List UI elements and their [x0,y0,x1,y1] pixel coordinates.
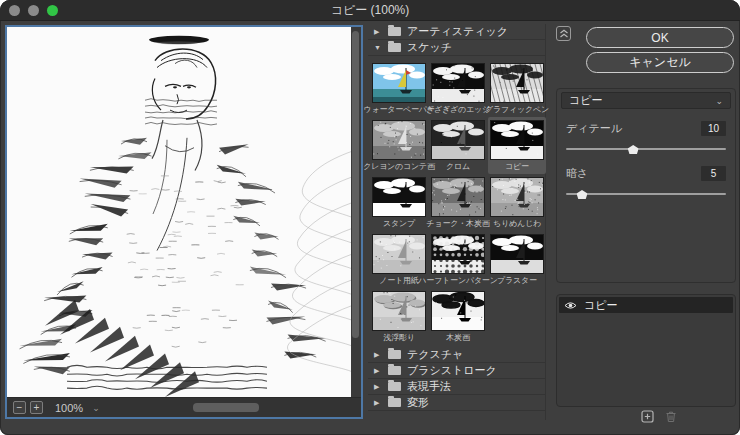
filter-item[interactable]: ハーフトーンパターン [429,231,487,288]
window-title: コピー (100%) [331,2,410,19]
category-label: アーティスティック [407,24,508,39]
filter-thumbnail-image[interactable] [373,64,425,102]
zoom-menu-chevron-icon[interactable]: ⌄ [92,403,100,413]
filter-item[interactable]: コピー [488,117,546,174]
filter-thumbnail-image[interactable] [373,178,425,216]
disclosure-icon[interactable]: ▶ [374,399,382,407]
filter-thumbnail-image[interactable] [491,64,543,102]
folder-icon [388,382,401,391]
category-label: テクスチャ [407,347,463,362]
effect-layer-row[interactable]: コピー [559,297,733,313]
filter-label: スタンプ [383,218,415,229]
filter-item[interactable]: スタンプ [370,174,428,231]
filter-thumbnail-image[interactable] [432,292,484,330]
filtered-image [7,27,351,397]
folder-icon [388,398,401,407]
detail-value-field[interactable]: 10 [701,121,726,136]
filter-item[interactable]: プラスター [488,231,546,288]
darkness-value-field[interactable]: 5 [701,166,726,181]
filter-item[interactable]: チョーク・木炭画 [429,174,487,231]
filter-item[interactable]: ちりめんじわ [488,174,546,231]
filter-category[interactable]: ▶テクスチャ [368,347,545,363]
filter-category[interactable]: ▼スケッチ [368,40,545,56]
disclosure-icon[interactable]: ▶ [374,383,382,391]
visibility-eye-icon[interactable] [564,301,577,310]
filter-item[interactable]: 木炭画 [429,288,487,345]
filter-thumbnail-image[interactable] [491,178,543,216]
darkness-slider[interactable] [566,189,726,199]
disclosure-icon[interactable]: ▼ [374,44,382,51]
close-button[interactable] [9,5,20,16]
category-label: 変形 [407,395,429,410]
filter-gallery-window: コピー (100%) − + 100% ⌄ ▶アーティスティック▼スケッチウォー… [0,0,740,435]
disclosure-icon[interactable]: ▶ [374,28,382,36]
darkness-slider-thumb[interactable] [577,190,588,199]
filter-thumbnail-image[interactable] [432,121,484,159]
detail-slider[interactable] [566,144,726,154]
filter-item[interactable]: ウォーターペーパー [370,60,428,117]
maximize-button[interactable] [47,5,58,16]
filter-label: 浅浮彫り [383,332,414,343]
filter-label: プラスター [497,275,537,286]
filter-label: ハーフトーンパターン [418,275,497,286]
zoom-out-button[interactable]: − [13,401,26,414]
zoom-level[interactable]: 100% [55,402,83,414]
filter-settings-box: コピー ⌄ ディテール 10 暗さ 5 [556,88,736,283]
cancel-button[interactable]: キャンセル [586,52,734,73]
preview-vertical-scrollbar[interactable] [351,27,361,397]
delete-effect-layer-button[interactable] [665,410,677,423]
filter-thumbnail-image[interactable] [432,235,484,273]
collapse-thumbnails-button[interactable] [556,26,571,41]
zoom-in-button[interactable]: + [30,401,43,414]
filter-item[interactable]: クレヨンのコンテ画 [370,117,428,174]
trash-icon [665,410,677,423]
filter-label: クレヨンのコンテ画 [363,161,435,172]
filter-label: ぎざぎざのエッジ [426,104,490,115]
filter-category[interactable]: ▶変形 [368,395,545,411]
filter-label: ウォーターペーパー [363,104,434,115]
preview-horizontal-scrollbar[interactable] [110,398,355,417]
filter-thumbnail-image[interactable] [432,64,484,102]
filter-thumbnail-image[interactable] [373,235,425,273]
filter-label: 木炭画 [446,332,469,343]
filter-item[interactable]: グラフィックペン [488,60,546,117]
filter-item[interactable]: クロム [429,117,487,174]
filter-category[interactable]: ▶ブラシストローク [368,363,545,379]
darkness-slider-label: 暗さ [566,166,588,181]
double-chevron-up-icon [559,29,569,38]
filter-thumbnail-grid: ウォーターペーパーぎざぎざのエッジグラフィックペンクレヨンのコンテ画クロムコピー… [368,56,545,347]
detail-slider-thumb[interactable] [628,145,639,154]
filter-thumbnail-image[interactable] [373,121,425,159]
vertical-scroll-thumb[interactable] [352,31,359,338]
preview-panel: − + 100% ⌄ [5,25,363,419]
disclosure-icon[interactable]: ▶ [374,351,382,359]
filter-category[interactable]: ▶アーティスティック [368,24,545,40]
filter-category-list: ▶アーティスティック▼スケッチウォーターペーパーぎざぎざのエッジグラフィックペン… [368,24,546,420]
horizontal-scroll-thumb[interactable] [193,403,259,412]
detail-slider-label: ディテール [566,121,622,136]
filter-label: コピー [505,161,529,172]
disclosure-icon[interactable]: ▶ [374,367,382,375]
folder-icon [388,350,401,359]
ok-button[interactable]: OK [586,27,734,48]
minimize-button[interactable] [28,5,39,16]
filter-thumbnail-image[interactable] [491,235,543,273]
filter-label: クロム [446,161,470,172]
filter-category[interactable]: ▶表現手法 [368,379,545,395]
filter-item[interactable]: ぎざぎざのエッジ [429,60,487,117]
new-effect-layer-button[interactable] [641,410,654,423]
category-label: 表現手法 [407,379,451,394]
category-label: スケッチ [407,40,452,55]
effect-layers-box: コピー [556,294,736,407]
preview-canvas[interactable] [7,27,351,397]
filter-thumbnail-image[interactable] [432,178,484,216]
filter-label: ちりめんじわ [493,218,541,229]
traffic-lights [9,5,58,16]
folder-icon [388,43,401,52]
filter-label: グラフィックペン [485,104,549,115]
filter-thumbnail-image[interactable] [491,121,543,159]
filter-preset-select[interactable]: コピー ⌄ [561,92,731,109]
filter-item[interactable]: 浅浮彫り [370,288,428,345]
filter-thumbnail-image[interactable] [373,292,425,330]
effect-layer-actions [641,410,677,423]
